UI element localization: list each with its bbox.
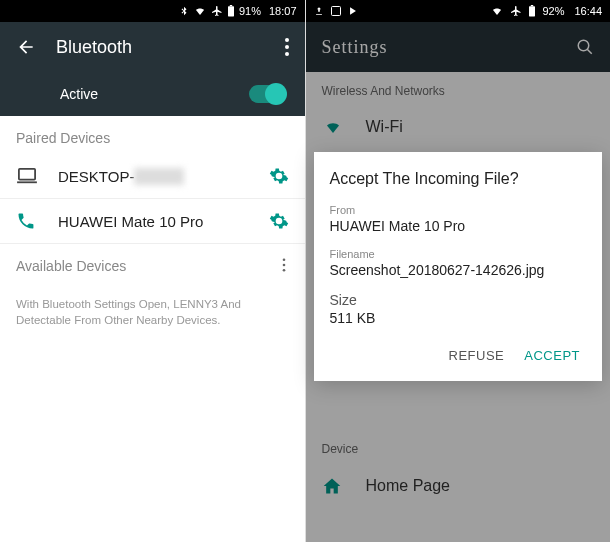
svg-rect-1	[230, 5, 232, 6]
paired-device[interactable]: DESKTOP-XXXXX	[0, 154, 305, 199]
dialog-title: Accept The Incoming File?	[330, 170, 587, 188]
notification-icon	[330, 5, 342, 17]
back-icon[interactable]	[16, 37, 36, 57]
paired-device[interactable]: HUAWEI Mate 10 Pro	[0, 199, 305, 244]
svg-rect-11	[531, 5, 533, 6]
size-value: 511 KB	[330, 310, 587, 326]
available-devices-header: Available Devices	[0, 244, 305, 282]
status-time: 18:07	[269, 5, 297, 17]
filename-label: Filename	[330, 248, 587, 260]
battery-percent: 92%	[542, 5, 564, 17]
svg-point-7	[282, 264, 285, 267]
phone-icon	[16, 211, 40, 231]
gear-icon[interactable]	[269, 211, 289, 231]
refresh-icon[interactable]	[281, 258, 287, 272]
upload-icon	[314, 5, 324, 17]
laptop-icon	[16, 167, 40, 185]
paired-devices-header: Paired Devices	[0, 116, 305, 154]
gear-icon[interactable]	[269, 166, 289, 186]
bluetooth-toggle[interactable]	[249, 85, 285, 103]
airplane-icon	[211, 5, 223, 17]
svg-rect-9	[331, 7, 340, 16]
from-label: From	[330, 204, 587, 216]
refuse-button[interactable]: REFUSE	[443, 340, 511, 371]
wifi-icon	[490, 5, 504, 17]
filename-value: Screenshot_20180627-142626.jpg	[330, 262, 587, 278]
discoverable-hint: With Bluetooth Settings Open, LENNY3 And…	[0, 282, 305, 342]
play-icon	[348, 5, 358, 17]
svg-point-6	[282, 258, 285, 261]
svg-rect-0	[228, 6, 234, 16]
status-bar: 92% 16:44	[306, 0, 611, 22]
svg-point-4	[285, 52, 289, 56]
svg-point-3	[285, 45, 289, 49]
battery-icon	[227, 5, 235, 17]
svg-rect-10	[529, 6, 535, 16]
bluetooth-icon	[179, 5, 189, 17]
status-time: 16:44	[574, 5, 602, 17]
airplane-icon	[510, 5, 522, 17]
bluetooth-toggle-row: Active	[0, 72, 305, 116]
size-label: Size	[330, 292, 587, 308]
phone-settings: 92% 16:44 Settings Wireless And Networks…	[306, 0, 611, 542]
device-name: HUAWEI Mate 10 Pro	[58, 213, 251, 230]
battery-icon	[528, 5, 536, 17]
more-icon[interactable]	[285, 38, 289, 56]
dialog-actions: REFUSE ACCEPT	[330, 340, 587, 371]
accept-button[interactable]: ACCEPT	[518, 340, 586, 371]
svg-point-2	[285, 38, 289, 42]
phone-bluetooth: 91% 18:07 Bluetooth Active Paired Device…	[0, 0, 306, 542]
accept-file-dialog: Accept The Incoming File? From HUAWEI Ma…	[314, 152, 603, 381]
device-name: DESKTOP-XXXXX	[58, 168, 251, 185]
wifi-icon	[193, 5, 207, 17]
from-value: HUAWEI Mate 10 Pro	[330, 218, 587, 234]
active-label: Active	[20, 86, 249, 102]
svg-point-8	[282, 269, 285, 272]
battery-percent: 91%	[239, 5, 261, 17]
status-bar: 91% 18:07	[0, 0, 305, 22]
top-bar: Bluetooth	[0, 22, 305, 72]
svg-rect-5	[19, 169, 35, 180]
page-title: Bluetooth	[56, 37, 285, 58]
